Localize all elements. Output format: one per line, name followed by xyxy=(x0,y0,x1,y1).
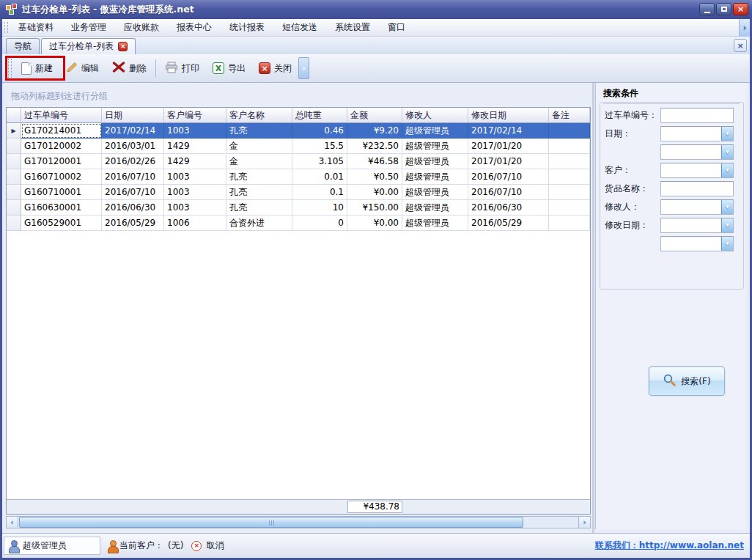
status-bar: 超级管理员 当前客户： (无) × 取消 联系我们：http://www.aol… xyxy=(2,533,750,558)
cell-note xyxy=(549,154,590,169)
window-title: 过车分检单-列表 - 傲蓝冷库管理系统.net xyxy=(22,4,194,16)
search-field-input[interactable] xyxy=(660,108,734,123)
grid-corner-cell xyxy=(7,108,21,123)
search-field-combo[interactable]: ▾ xyxy=(660,199,734,215)
cell-amount: ¥0.50 xyxy=(347,169,402,185)
cell-id: G160710001 xyxy=(21,185,102,200)
cell-tonnage: 15.5 xyxy=(292,139,347,154)
toolbar-overflow-chevron-icon[interactable]: › xyxy=(298,57,309,79)
tab-close-icon[interactable]: × xyxy=(118,42,128,51)
table-row[interactable]: G1701200022016/03/011429金15.5¥232.50超级管理… xyxy=(7,139,590,154)
scrollbar-thumb[interactable] xyxy=(19,517,523,528)
tab-nav[interactable]: 导航 xyxy=(6,38,40,54)
column-header-modifier[interactable]: 修改人 xyxy=(402,108,468,123)
edit-button-label: 编辑 xyxy=(81,62,99,75)
customer-icon xyxy=(108,540,117,552)
cell-amount: ¥150.00 xyxy=(347,200,402,215)
cell-id: G170120001 xyxy=(21,154,102,169)
app-window: 过车分检单-列表 - 傲蓝冷库管理系统.net × 基础资料业务管理应收账款报表… xyxy=(0,0,752,560)
cell-customer_no: 1429 xyxy=(164,139,226,154)
tab-active[interactable]: 过车分检单-列表× xyxy=(41,38,136,54)
menu-bar: 基础资料业务管理应收账款报表中心统计报表短信发送系统设置窗口 › xyxy=(2,19,750,37)
search-field-combo[interactable]: ▾ xyxy=(660,163,734,178)
column-header-customer_name[interactable]: 客户名称 xyxy=(226,108,292,123)
column-header-amount[interactable]: 金额 xyxy=(347,108,402,123)
column-header-tonnage[interactable]: 总吨重 xyxy=(292,108,347,123)
search-button[interactable]: 搜索(F) xyxy=(649,366,725,396)
row-indicator: ▶ xyxy=(7,123,21,139)
search-field-label: 过车单编号： xyxy=(605,109,660,122)
print-button[interactable]: 打印 xyxy=(158,57,206,79)
combo-dropdown-icon[interactable]: ▾ xyxy=(721,127,733,141)
cell-modified_date: 2016/07/10 xyxy=(468,169,549,185)
table-row[interactable]: ▶G1702140012017/02/141003孔亮0.46¥9.20超级管理… xyxy=(7,123,590,139)
cell-date: 2016/05/29 xyxy=(102,215,164,231)
scroll-left-arrow-icon[interactable]: ‹ xyxy=(7,517,18,528)
cancel-customer-button[interactable]: 取消 xyxy=(206,539,224,552)
minimize-button[interactable] xyxy=(699,3,715,15)
scroll-right-arrow-icon[interactable]: › xyxy=(578,517,590,528)
combo-dropdown-icon[interactable]: ▾ xyxy=(721,237,733,251)
row-indicator xyxy=(7,215,21,231)
cell-modifier: 超级管理员 xyxy=(402,123,468,139)
edit-button[interactable]: 编辑 xyxy=(59,57,106,79)
menu-item[interactable]: 统计报表 xyxy=(221,19,273,36)
contact-link[interactable]: 联系我们：http://www.aolan.net xyxy=(595,539,744,552)
search-field-combo[interactable]: ▾ xyxy=(660,126,734,141)
column-header-note[interactable]: 备注 xyxy=(549,108,590,123)
horizontal-scrollbar[interactable]: ‹ › xyxy=(6,516,591,528)
menu-overflow-chevron-icon[interactable]: › xyxy=(739,19,750,37)
close-window-button[interactable]: × xyxy=(733,3,748,15)
cell-customer_no: 1006 xyxy=(164,215,226,231)
menu-item[interactable]: 窗口 xyxy=(379,19,414,36)
cell-tonnage: 0.1 xyxy=(292,185,347,200)
cell-id: G160630001 xyxy=(21,200,102,215)
cell-id: G170120002 xyxy=(21,139,102,154)
cancel-circle-icon[interactable]: × xyxy=(191,541,202,551)
menu-item[interactable]: 报表中心 xyxy=(168,19,221,36)
combo-dropdown-icon[interactable]: ▾ xyxy=(721,200,733,214)
column-header-modified_date[interactable]: 修改日期 xyxy=(468,108,549,123)
search-field-row: ▾ xyxy=(605,144,739,160)
table-row[interactable]: G1701200012016/02/261429金3.105¥46.58超级管理… xyxy=(7,154,590,169)
search-field-input[interactable] xyxy=(660,181,734,196)
close-list-button[interactable]: × 关闭 xyxy=(252,57,298,79)
data-grid: 过车单编号日期客户编号客户名称总吨重金额修改人修改日期备注 ▶G17021400… xyxy=(6,107,591,515)
cell-customer_name: 金 xyxy=(226,154,292,169)
menu-item[interactable]: 短信发送 xyxy=(273,19,326,36)
export-button[interactable]: X 导出 xyxy=(206,57,252,79)
column-header-id[interactable]: 过车单编号 xyxy=(21,108,102,123)
search-field-label: 日期： xyxy=(605,128,660,140)
delete-button[interactable]: 删除 xyxy=(106,57,153,79)
combo-dropdown-icon[interactable]: ▾ xyxy=(721,145,733,159)
menu-item[interactable]: 系统设置 xyxy=(326,19,379,36)
tab-label: 导航 xyxy=(14,40,32,53)
column-header-customer_no[interactable]: 客户编号 xyxy=(164,108,226,123)
panel-splitter[interactable] xyxy=(592,83,594,533)
new-button[interactable]: 新建 xyxy=(15,57,59,79)
cell-customer_no: 1003 xyxy=(164,123,226,139)
search-field-combo[interactable]: ▾ xyxy=(660,236,734,251)
cell-id: G160710002 xyxy=(21,169,102,185)
maximize-button[interactable] xyxy=(716,3,731,15)
column-header-date[interactable]: 日期 xyxy=(102,108,164,123)
table-row[interactable]: G1607100022016/07/101003孔亮0.01¥0.50超级管理员… xyxy=(7,169,590,185)
search-field-combo[interactable]: ▾ xyxy=(660,218,734,233)
table-row[interactable]: G1607100012016/07/101003孔亮0.1¥0.00超级管理员2… xyxy=(7,185,590,200)
search-field-row: ▾ xyxy=(605,235,739,251)
cell-note xyxy=(549,169,590,185)
menu-item[interactable]: 基础资料 xyxy=(10,19,62,36)
cell-note xyxy=(549,215,590,231)
grid-header-row: 过车单编号日期客户编号客户名称总吨重金额修改人修改日期备注 xyxy=(7,108,590,123)
combo-dropdown-icon[interactable]: ▾ xyxy=(721,163,733,177)
title-bar: 过车分检单-列表 - 傲蓝冷库管理系统.net × xyxy=(0,0,752,19)
table-row[interactable]: G1605290012016/05/291006合资外进0¥0.00超级管理员2… xyxy=(7,215,590,231)
menu-item[interactable]: 业务管理 xyxy=(62,19,115,36)
search-field-row: 过车单编号： xyxy=(605,107,739,123)
search-field-label: 修改人： xyxy=(605,201,660,213)
combo-dropdown-icon[interactable]: ▾ xyxy=(721,218,733,232)
menu-item[interactable]: 应收账款 xyxy=(115,19,168,36)
tabstrip-close-button[interactable]: × xyxy=(734,39,747,52)
search-field-combo[interactable]: ▾ xyxy=(660,144,734,160)
table-row[interactable]: G1606300012016/06/301003孔亮10¥150.00超级管理员… xyxy=(7,200,590,215)
